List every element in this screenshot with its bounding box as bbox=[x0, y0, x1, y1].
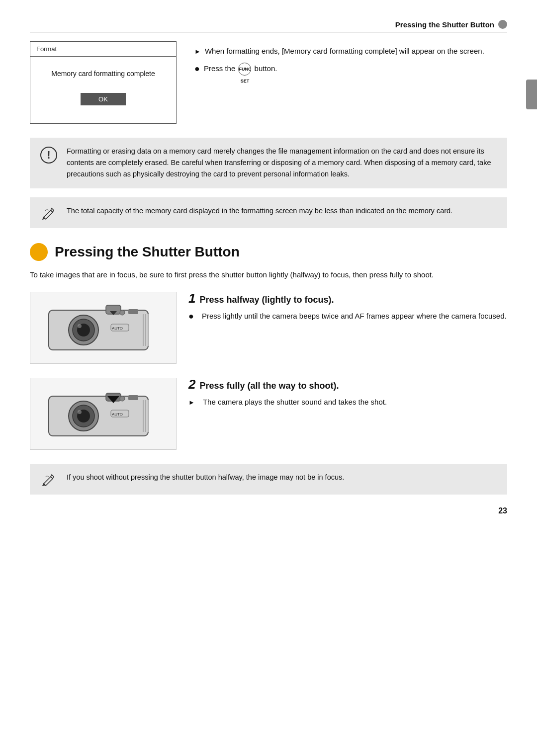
format-dialog: Format Memory card formatting complete O… bbox=[30, 41, 177, 124]
header-title: Pressing the Shutter Button bbox=[395, 20, 494, 29]
format-ok-button[interactable]: OK bbox=[81, 93, 126, 105]
step-2-bullet-triangle: ► bbox=[188, 398, 195, 408]
step-1-bullet-text: Press lightly until the camera beeps twi… bbox=[202, 310, 507, 322]
step-2-bullet: ► The camera plays the shutter sound and… bbox=[188, 396, 507, 408]
step-1-bullet-circle: ● bbox=[188, 310, 194, 323]
svg-rect-27 bbox=[128, 395, 138, 400]
step-2-content: 2 Press fully (all the way to shoot). ► … bbox=[188, 378, 507, 408]
bullet-text-2-after: button. bbox=[252, 64, 277, 73]
step-1-title-row: 1 Press halfway (lightly to focus). bbox=[188, 292, 507, 306]
bottom-note-box: If you shoot without pressing the shutte… bbox=[30, 464, 507, 495]
section-heading-title: Pressing the Shutter Button bbox=[55, 244, 240, 260]
bullet-item-1: ► When formatting ends, [Memory card for… bbox=[194, 45, 507, 57]
func-set-button-icon: FUNC SET bbox=[238, 63, 251, 76]
bullet-text-2-before: Press the bbox=[204, 64, 238, 73]
section-heading-circle bbox=[30, 243, 48, 261]
step-1-image: AUTO bbox=[30, 292, 177, 364]
camera-step1-svg: AUTO bbox=[34, 295, 173, 360]
steps-section: AUTO 1 Press halfway (lightly to focus).… bbox=[30, 292, 507, 450]
caution-icon: ! bbox=[40, 147, 57, 164]
pencil-icon-2 bbox=[42, 473, 56, 487]
step-2-title-row: 2 Press fully (all the way to shoot). bbox=[188, 378, 507, 392]
step-2-image: AUTO bbox=[30, 378, 177, 450]
svg-point-18 bbox=[78, 410, 82, 414]
note-text: The total capacity of the memory card di… bbox=[67, 205, 452, 217]
side-tab bbox=[526, 80, 537, 109]
intro-paragraph: To take images that are in focus, be sur… bbox=[30, 269, 507, 281]
format-dialog-title: Format bbox=[30, 42, 176, 57]
top-section: Format Memory card formatting complete O… bbox=[30, 41, 507, 124]
step-1-content: 1 Press halfway (lightly to focus). ● Pr… bbox=[188, 292, 507, 323]
page-number: 23 bbox=[498, 506, 507, 515]
svg-point-4 bbox=[78, 324, 82, 328]
page: Pressing the Shutter Button Format Memor… bbox=[0, 0, 537, 533]
bullet-text-1: When formatting ends, [Memory card forma… bbox=[205, 45, 484, 57]
caution-text: Formatting or erasing data on a memory c… bbox=[67, 146, 497, 180]
top-header: Pressing the Shutter Button bbox=[30, 20, 507, 32]
caution-box: ! Formatting or erasing data on a memory… bbox=[30, 138, 507, 188]
camera-step2-svg: AUTO bbox=[34, 381, 173, 446]
svg-rect-13 bbox=[128, 309, 138, 314]
bullet-notes: ► When formatting ends, [Memory card for… bbox=[194, 41, 507, 124]
section-heading: Pressing the Shutter Button bbox=[30, 243, 507, 261]
step-row-2: AUTO 2 Press fully (all the way to shoot… bbox=[30, 378, 507, 450]
step-2-bullet-text: The camera plays the shutter sound and t… bbox=[203, 396, 387, 408]
step-row-1: AUTO 1 Press halfway (lightly to focus).… bbox=[30, 292, 507, 364]
pencil-icon bbox=[42, 206, 56, 220]
bullet-item-2: ● Press the FUNC SET button. bbox=[194, 63, 507, 76]
circle-icon-2: ● bbox=[194, 63, 200, 75]
svg-text:AUTO: AUTO bbox=[112, 412, 123, 417]
svg-point-12 bbox=[120, 310, 125, 315]
caution-icon-container: ! bbox=[40, 146, 58, 164]
format-dialog-body: Memory card formatting complete OK bbox=[30, 57, 176, 114]
step-1-bullet: ● Press lightly until the camera beeps t… bbox=[188, 310, 507, 323]
bullet-text-2: Press the FUNC SET button. bbox=[204, 63, 277, 76]
bottom-note-text: If you shoot without pressing the shutte… bbox=[67, 472, 344, 483]
triangle-icon-1: ► bbox=[194, 47, 201, 57]
step-1-title: Press halfway (lightly to focus). bbox=[199, 295, 334, 306]
svg-text:AUTO: AUTO bbox=[112, 326, 123, 331]
pencil-icon-container bbox=[40, 205, 58, 220]
note-box: The total capacity of the memory card di… bbox=[30, 197, 507, 228]
svg-point-26 bbox=[120, 396, 125, 401]
step-2-number: 2 bbox=[188, 378, 195, 391]
format-dialog-message: Memory card formatting complete bbox=[51, 69, 155, 79]
pencil-icon-2-container bbox=[40, 472, 58, 487]
header-dot bbox=[498, 20, 507, 29]
step-1-number: 1 bbox=[188, 292, 195, 305]
step-2-title: Press fully (all the way to shoot). bbox=[199, 381, 339, 392]
